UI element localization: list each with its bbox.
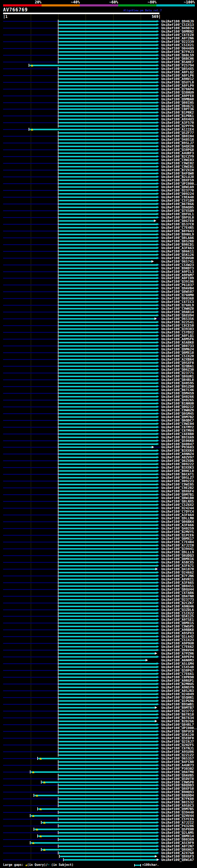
hit-bar[interactable] [59,568,156,570]
hit-bar[interactable] [59,298,157,299]
hit-bar[interactable] [59,717,157,719]
hit-bar[interactable] [59,595,157,597]
hit-bar[interactable] [59,268,157,269]
hit-bar[interactable] [59,200,157,202]
hit-bar[interactable] [59,802,157,803]
hit-bar[interactable] [59,325,157,327]
hit-bar[interactable] [59,321,157,323]
hit-bar[interactable] [59,552,157,553]
hit-bar[interactable] [59,241,157,242]
hit-bar[interactable] [59,142,157,144]
hit-bar[interactable] [59,122,157,123]
hit-bar[interactable] [59,487,157,489]
hit-bar[interactable] [59,166,157,167]
hit-bar[interactable] [59,132,157,134]
hit-bar[interactable] [59,433,157,435]
hit-bar[interactable] [31,771,157,773]
hit-bar[interactable] [59,27,157,29]
hit-bar[interactable] [59,632,157,634]
hit-bar[interactable] [59,95,157,97]
hit-bar[interactable] [59,220,154,222]
hit-bar[interactable] [59,409,157,411]
hit-bar[interactable] [59,88,157,90]
hit-bar[interactable] [59,798,157,800]
hit-bar[interactable] [59,443,157,445]
hit-bar[interactable] [59,818,157,820]
hit-bar[interactable] [59,470,157,472]
hit-bar[interactable] [59,61,157,63]
hit-bar[interactable] [59,845,157,847]
hit-bar[interactable] [59,440,157,441]
hit-bar[interactable] [59,254,157,255]
hit-bar[interactable] [59,788,157,789]
hit-bar[interactable] [59,135,157,137]
hit-bar[interactable] [59,355,157,357]
hit-bar[interactable] [59,521,157,523]
hit-bar[interactable] [59,562,157,563]
hit-bar[interactable] [59,467,157,468]
hit-bar[interactable] [59,626,157,627]
hit-bar[interactable] [59,315,157,316]
hit-bar[interactable] [59,839,157,840]
hit-bar[interactable] [59,565,157,566]
hit-bar[interactable] [59,599,157,600]
hit-bar[interactable] [59,592,157,594]
hit-bar[interactable] [59,805,157,806]
hit-bar[interactable] [59,399,157,401]
hit-bar[interactable] [59,609,157,611]
hit-bar[interactable] [59,670,157,671]
hit-bar[interactable] [59,173,157,174]
hit-bar[interactable] [59,203,157,205]
hit-bar[interactable] [59,707,155,709]
hit-bar[interactable] [59,437,157,438]
hit-bar[interactable] [59,318,155,320]
hit-bar[interactable] [59,230,157,232]
hit-bar[interactable] [59,251,157,252]
hit-bar[interactable] [59,156,157,157]
hit-bar[interactable] [59,389,157,391]
hit-bar[interactable] [59,643,157,644]
hit-bar[interactable] [59,744,157,746]
hit-bar[interactable] [59,484,157,485]
hit-bar[interactable] [59,606,157,607]
hit-bar[interactable] [59,362,157,364]
hit-bar[interactable] [59,58,157,59]
hit-bar[interactable] [59,119,157,120]
hit-bar[interactable] [59,338,157,340]
hit-bar[interactable] [59,146,157,147]
hit-bar[interactable] [59,572,157,573]
hit-bar[interactable] [59,649,157,651]
hit-bar[interactable] [59,264,157,266]
hit-bar[interactable] [59,531,157,533]
hit-bar[interactable] [59,55,157,56]
hit-bar[interactable] [59,352,157,353]
hit-bar[interactable] [59,183,157,184]
hit-bar[interactable] [59,37,157,39]
hit-bar[interactable] [59,494,157,495]
hit-bar[interactable] [59,656,157,658]
hit-bar[interactable] [59,311,157,313]
hit-bar[interactable] [59,176,157,178]
hit-bar[interactable] [59,105,157,107]
hit-bar[interactable] [59,751,157,752]
hit-bar[interactable] [59,207,157,208]
hit-bar[interactable] [59,507,157,509]
hit-bar[interactable] [59,24,157,26]
hit-bar[interactable] [59,332,157,333]
hit-bar[interactable] [30,129,157,130]
hit-bar[interactable] [59,646,157,648]
hit-bar[interactable] [59,48,157,49]
hit-bar[interactable] [59,582,157,584]
hit-bar[interactable] [59,217,157,218]
hit-bar[interactable] [59,403,157,404]
hit-bar[interactable] [59,196,157,198]
hit-bar[interactable] [59,396,157,398]
hit-bar[interactable] [59,700,157,702]
hit-bar[interactable] [59,190,157,191]
hit-bar[interactable] [59,294,157,296]
hit-label[interactable]: UniRef100_Q8W1A7 [161,859,194,862]
hit-bar[interactable] [59,379,157,380]
hit-bar[interactable] [59,511,157,513]
hit-bar[interactable] [59,741,157,742]
hit-bar[interactable] [59,193,157,195]
